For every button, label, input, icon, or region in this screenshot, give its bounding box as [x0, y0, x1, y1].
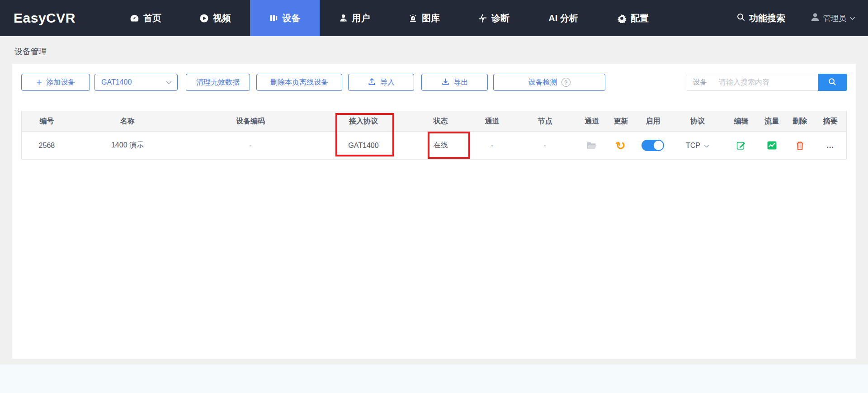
folder-icon[interactable]: [586, 141, 597, 150]
alarm-beacon-icon: [408, 14, 418, 23]
annotation-box-access-protocol: [335, 113, 394, 156]
cell-update: ↻: [606, 132, 635, 160]
nav-item-gallery[interactable]: 图库: [389, 0, 459, 36]
nav-right-area: 功能搜索 管理员: [736, 0, 868, 36]
user-menu[interactable]: 管理员: [810, 12, 855, 24]
device-search-group: 设备 请输入搜索内容: [687, 74, 847, 91]
cell-traffic: [758, 132, 785, 160]
col-header-enable: 启用: [635, 111, 670, 132]
toolbar: + 添加设备 GAT1400 清理无效数据 删除本页离线设备 导入 导出: [21, 74, 847, 91]
device-check-label: 设备检测: [528, 78, 557, 87]
nav-item-label: AI 分析: [548, 12, 578, 24]
col-header-protocol: 协议: [671, 111, 725, 132]
video-play-icon: [199, 14, 209, 23]
nav-item-diagnosis[interactable]: 诊断: [459, 0, 528, 36]
col-header-channel: 通道: [472, 111, 512, 132]
chevron-down-icon: [704, 142, 709, 150]
nav-item-label: 设备: [283, 12, 301, 24]
col-header-id: 编号: [22, 111, 72, 132]
breadcrumb: 设备管理: [14, 47, 47, 56]
device-check-button[interactable]: 设备检测 ?: [493, 74, 605, 91]
function-search-label: 功能搜索: [749, 12, 785, 24]
nav-item-label: 诊断: [491, 12, 509, 24]
help-icon: ?: [561, 78, 571, 87]
cell-edit: [724, 132, 758, 160]
col-header-update: 更新: [606, 111, 635, 132]
dashboard-icon: [130, 14, 139, 23]
cell-node: -: [512, 132, 577, 160]
gear-icon: [617, 14, 627, 23]
enable-toggle[interactable]: [642, 140, 664, 151]
add-device-button[interactable]: + 添加设备: [21, 74, 90, 91]
export-label: 导出: [454, 78, 468, 87]
nav-item-label: 用户: [352, 12, 370, 24]
cell-device-code: -: [183, 132, 317, 160]
download-icon: [441, 77, 450, 88]
summary-ellipsis[interactable]: ...: [826, 142, 834, 149]
protocol-filter-select[interactable]: GAT1400: [94, 74, 178, 91]
nav-item-video[interactable]: 视频: [180, 0, 250, 36]
traffic-chart-icon[interactable]: [767, 141, 777, 150]
nav-item-home[interactable]: 首页: [111, 0, 180, 36]
bottom-strip: [0, 365, 868, 393]
search-button[interactable]: [818, 74, 847, 91]
device-management-card: + 添加设备 GAT1400 清理无效数据 删除本页离线设备 导入 导出: [12, 64, 856, 359]
delete-offline-button[interactable]: 删除本页离线设备: [256, 74, 342, 91]
export-button[interactable]: 导出: [421, 74, 488, 91]
clean-invalid-label: 清理无效数据: [196, 78, 240, 87]
cell-id: 2568: [22, 132, 72, 160]
user-name-label: 管理员: [823, 13, 846, 24]
col-header-traffic: 流量: [758, 111, 785, 132]
app-logo: EasyCVR: [0, 0, 104, 36]
protocol-filter-value: GAT1400: [101, 78, 132, 86]
stream-protocol-value: TCP: [686, 142, 700, 150]
cell-summary: ...: [814, 132, 846, 160]
delete-offline-label: 删除本页离线设备: [270, 78, 328, 87]
user-icon: [339, 14, 348, 23]
nav-item-label: 配置: [631, 12, 649, 24]
col-header-edit: 编辑: [724, 111, 758, 132]
col-header-channel-folder: 通道: [578, 111, 607, 132]
search-icon: [736, 13, 745, 24]
nav-items: 首页 视频 设备 用户 图库: [111, 0, 668, 36]
clean-invalid-button[interactable]: 清理无效数据: [186, 74, 250, 91]
nav-item-label: 首页: [143, 12, 161, 24]
col-header-node: 节点: [512, 111, 577, 132]
nav-item-ai-analysis[interactable]: AI 分析: [528, 0, 598, 36]
nav-item-label: 图库: [422, 12, 440, 24]
refresh-icon[interactable]: ↻: [614, 138, 627, 152]
cell-name: 1400 演示: [72, 132, 183, 160]
pulse-icon: [478, 14, 487, 23]
nav-item-config[interactable]: 配置: [598, 0, 668, 36]
device-icon: [269, 14, 278, 23]
import-label: 导入: [380, 78, 395, 87]
plus-icon: +: [36, 77, 42, 87]
import-button[interactable]: 导入: [348, 74, 414, 91]
breadcrumb-bar: 设备管理: [0, 36, 868, 57]
avatar-icon: [810, 12, 820, 24]
chevron-down-icon: [849, 14, 855, 23]
chevron-down-icon: [166, 78, 172, 86]
trash-icon[interactable]: [796, 141, 804, 151]
col-header-status: 状态: [409, 111, 472, 132]
nav-item-user[interactable]: 用户: [320, 0, 389, 36]
table-header-row: 编号 名称 设备编码 接入协议 状态 通道 节点 通道 更新 启用 协议 编辑 …: [22, 111, 847, 132]
col-header-name: 名称: [72, 111, 183, 132]
col-header-summary: 摘要: [814, 111, 846, 132]
nav-item-device[interactable]: 设备: [250, 0, 320, 36]
nav-item-label: 视频: [213, 12, 231, 24]
function-search[interactable]: 功能搜索: [736, 12, 785, 24]
add-device-label: 添加设备: [46, 78, 75, 87]
device-search-input[interactable]: 设备 请输入搜索内容: [687, 74, 818, 91]
col-header-device-code: 设备编码: [183, 111, 317, 132]
edit-icon[interactable]: [736, 141, 746, 150]
top-navigation: EasyCVR 首页 视频 设备 用户: [0, 0, 868, 36]
cell-channel: -: [472, 132, 512, 160]
cell-protocol: TCP: [671, 132, 725, 160]
search-icon: [828, 77, 837, 88]
upload-icon: [368, 77, 376, 88]
cell-delete: [785, 132, 814, 160]
stream-protocol-select[interactable]: TCP: [686, 142, 709, 150]
annotation-box-status: [428, 132, 470, 159]
search-placeholder-text: 请输入搜索内容: [719, 78, 769, 87]
